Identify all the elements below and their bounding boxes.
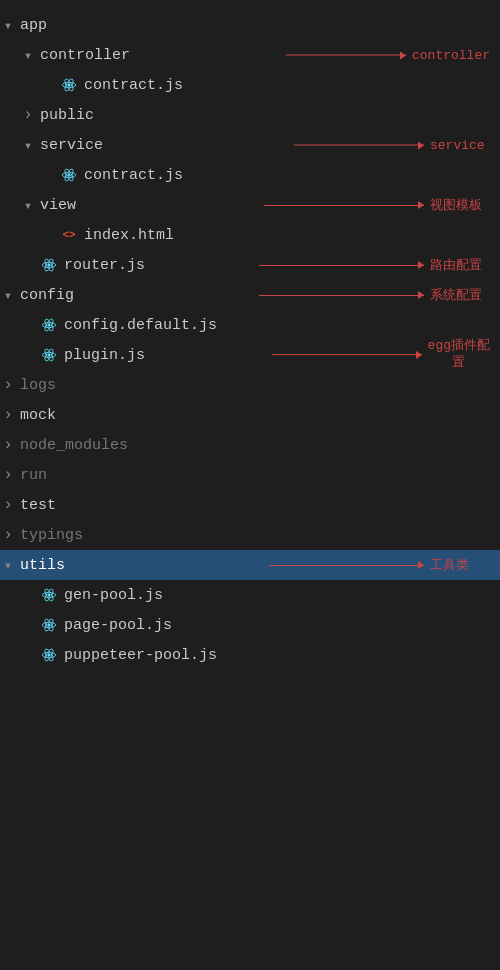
folder-label: run [20,467,47,484]
file-label: router.js [64,257,145,274]
react-icon [60,76,78,94]
tree-item-test[interactable]: test [0,490,500,520]
react-icon [40,586,58,604]
file-tree: appcontrollercontroller contract.jspubli… [0,0,500,680]
file-label: puppeteer-pool.js [64,647,217,664]
file-label: gen-pool.js [64,587,163,604]
react-icon [40,646,58,664]
tree-item-controller[interactable]: controllercontroller [0,40,500,70]
file-label: page-pool.js [64,617,172,634]
chevron-down-icon[interactable] [20,47,36,63]
folder-label: service [40,137,103,154]
tree-item-view[interactable]: view视图模板 [0,190,500,220]
folder-label: utils [20,557,65,574]
tree-item-config[interactable]: config系统配置 [0,280,500,310]
chevron-down-icon[interactable] [0,17,16,33]
file-label: plugin.js [64,347,145,364]
tree-item-config-default-js[interactable]: config.default.js [0,310,500,340]
tree-item-service[interactable]: serviceservice [0,130,500,160]
chevron-right-icon[interactable] [0,407,16,423]
folder-label: node_modules [20,437,128,454]
svg-point-16 [47,353,50,356]
chevron-right-icon[interactable] [0,437,16,453]
tree-item-contract-js-1[interactable]: contract.js [0,70,500,100]
folder-label: logs [20,377,56,394]
tree-item-utils[interactable]: utils工具类 [0,550,500,580]
folder-label: config [20,287,74,304]
tree-item-public[interactable]: public [0,100,500,130]
tree-item-typings[interactable]: typings [0,520,500,550]
chevron-down-icon[interactable] [20,197,36,213]
tree-item-node_modules[interactable]: node_modules [0,430,500,460]
tree-item-plugin-js[interactable]: plugin.jsegg插件配 置 [0,340,500,370]
folder-label: controller [40,47,130,64]
file-label: index.html [84,227,174,244]
svg-point-8 [47,263,50,266]
chevron-right-icon[interactable] [0,377,16,393]
chevron-right-icon[interactable] [20,107,36,123]
svg-point-0 [67,83,70,86]
svg-point-12 [47,323,50,326]
file-label: contract.js [84,77,183,94]
react-icon [40,616,58,634]
folder-label: typings [20,527,83,544]
chevron-down-icon[interactable] [20,137,36,153]
react-icon [60,166,78,184]
folder-label: app [20,17,47,34]
chevron-down-icon[interactable] [0,287,16,303]
tree-item-mock[interactable]: mock [0,400,500,430]
folder-label: view [40,197,76,214]
svg-point-24 [47,623,50,626]
tree-item-router-js[interactable]: router.js路由配置 [0,250,500,280]
file-label: contract.js [84,167,183,184]
chevron-down-icon[interactable] [0,557,16,573]
svg-point-4 [67,173,70,176]
tree-item-run[interactable]: run [0,460,500,490]
chevron-right-icon[interactable] [0,497,16,513]
react-icon [40,316,58,334]
chevron-right-icon[interactable] [0,527,16,543]
tree-item-contract-js-2[interactable]: contract.js [0,160,500,190]
tree-item-puppeteer-pool-js[interactable]: puppeteer-pool.js [0,640,500,670]
tree-item-logs[interactable]: logs [0,370,500,400]
tree-item-gen-pool-js[interactable]: gen-pool.js [0,580,500,610]
folder-label: test [20,497,56,514]
react-icon [40,346,58,364]
folder-label: mock [20,407,56,424]
chevron-right-icon[interactable] [0,467,16,483]
tree-item-app[interactable]: app [0,10,500,40]
react-icon [40,256,58,274]
tree-item-index-html[interactable]: <>index.html [0,220,500,250]
file-label: config.default.js [64,317,217,334]
svg-point-28 [47,653,50,656]
html-icon: <> [60,226,78,244]
svg-point-20 [47,593,50,596]
folder-label: public [40,107,94,124]
tree-item-page-pool-js[interactable]: page-pool.js [0,610,500,640]
